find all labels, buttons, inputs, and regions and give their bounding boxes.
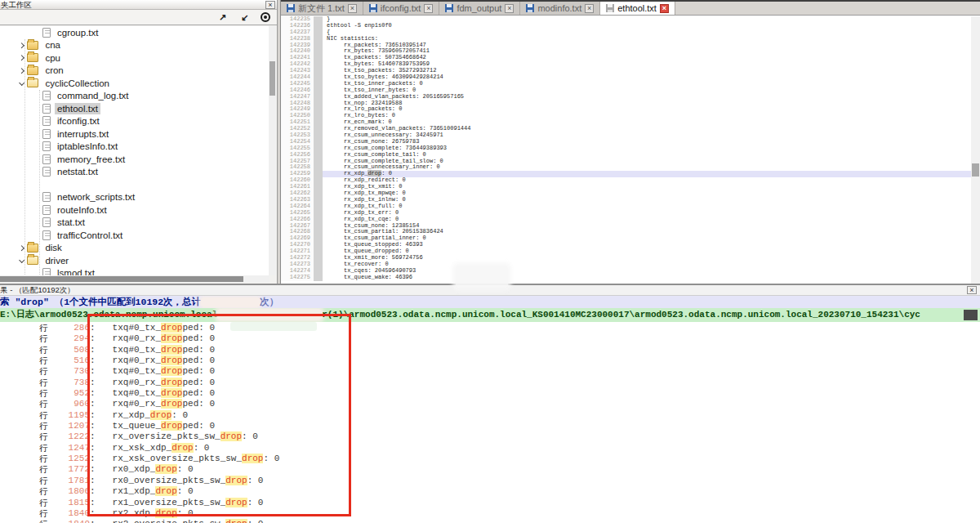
- result-line-number: 952: [49, 388, 90, 399]
- tree-item-disk[interactable]: disk: [0, 242, 270, 255]
- workspace-panel: 夹工作区 × ↗ ↙ cgroup.txtcnacpucroncyclicCol…: [0, 0, 278, 284]
- file-icon: [42, 129, 51, 139]
- close-icon[interactable]: ×: [585, 4, 594, 13]
- tree-item-memory_free-txt[interactable]: memory_free.txt: [0, 153, 270, 166]
- tab-label: 新文件 1.txt: [298, 2, 345, 15]
- tab-ifconfig-txt[interactable]: ifconfig.txt×: [363, 2, 440, 15]
- result-line-number: 1207: [49, 421, 90, 431]
- result-line-number: 1815: [49, 498, 90, 508]
- fold-margin: [314, 203, 323, 210]
- tree-item-network_scripts-txt[interactable]: network_scripts.txt: [0, 191, 270, 204]
- tree-item-lsmod-txt[interactable]: lsmod.txt: [0, 267, 270, 276]
- tab-label: ethtool.txt: [617, 3, 657, 13]
- tree-item-label: network_scripts.txt: [55, 191, 137, 203]
- tree-horizontal-scrollbar[interactable]: [0, 275, 270, 283]
- tab-modinfo-txt[interactable]: modinfo.txt×: [520, 2, 600, 15]
- tree-item-routeinfo-txt[interactable]: routeInfo.txt: [0, 203, 270, 217]
- close-icon[interactable]: ×: [348, 4, 357, 13]
- tree-item-driver[interactable]: driver: [0, 254, 270, 267]
- close-icon[interactable]: ×: [424, 4, 433, 13]
- fold-margin: [314, 159, 323, 165]
- line-number: 142275: [281, 275, 314, 281]
- result-line-number: 1781: [49, 476, 90, 486]
- tree-item-cna[interactable]: cna: [0, 39, 270, 52]
- chevron-down-icon[interactable]: [19, 80, 25, 87]
- fold-margin: [314, 184, 323, 190]
- tab--1-txt[interactable]: 新文件 1.txt×: [281, 2, 363, 15]
- close-icon[interactable]: ×: [505, 4, 514, 13]
- fold-margin: [314, 94, 323, 101]
- match-highlight: drop: [225, 519, 247, 523]
- fold-margin: [314, 235, 323, 242]
- tab-label: fdm_output: [457, 3, 501, 13]
- line-label: 行: [39, 388, 49, 399]
- close-icon[interactable]: ×: [967, 286, 977, 294]
- fold-margin: [314, 68, 323, 74]
- tree-item-cycliccollection[interactable]: cyclicCollection: [0, 77, 270, 90]
- match-highlight: drop: [368, 170, 381, 177]
- fold-margin: [314, 145, 323, 152]
- file-icon: [42, 268, 51, 275]
- fold-margin: [314, 217, 323, 223]
- tab-ethtool-txt[interactable]: ethtool.txt×: [600, 2, 675, 15]
- close-icon[interactable]: ×: [265, 1, 275, 9]
- tree-item-cron[interactable]: cron: [0, 65, 270, 78]
- expand-all-icon[interactable]: ↗: [216, 12, 229, 23]
- chevron-down-icon[interactable]: [19, 257, 25, 264]
- scrollbar-thumb[interactable]: [0, 276, 243, 282]
- fold-margin: [314, 113, 323, 119]
- tree-item-netstat-txt[interactable]: netstat.txt: [0, 166, 270, 179]
- file-icon: [42, 167, 51, 177]
- tree-item-iptablesinfo-txt[interactable]: iptablesInfo.txt: [0, 141, 270, 154]
- close-icon[interactable]: ×: [660, 4, 669, 13]
- tree-item-label: iptablesInfo.txt: [55, 141, 120, 152]
- code-text: rx_xdp_tx_inlnw: 0: [327, 197, 972, 203]
- tree-item-trafficcontrol-txt[interactable]: trafficControl.txt: [0, 229, 270, 242]
- tree-item-ethtool-txt[interactable]: ethtool.txt: [0, 102, 270, 115]
- scrollbar-thumb[interactable]: [972, 163, 979, 177]
- tree-item-label: cron: [42, 65, 65, 76]
- locate-current-file-icon[interactable]: [261, 12, 270, 22]
- file-icon: [42, 104, 51, 114]
- tree-item-label: cna: [42, 39, 63, 51]
- tree-item-interrupts-txt[interactable]: interrupts.txt: [0, 127, 270, 141]
- fold-margin: [314, 190, 323, 197]
- chevron-right-icon[interactable]: [19, 67, 25, 74]
- scrollbar-thumb[interactable]: [270, 61, 275, 96]
- tree-item-cgroup-txt[interactable]: cgroup.txt: [0, 26, 270, 39]
- code-text: tx_tso_inner_packets: 0: [327, 81, 972, 87]
- editor-view[interactable]: 142235}142236ethtool -S enp1s0f0142237{1…: [281, 16, 972, 284]
- fold-margin: [314, 106, 323, 113]
- workspace-titlebar: 夹工作区 ×: [0, 0, 277, 10]
- tree-item-cpu[interactable]: cpu: [0, 51, 270, 65]
- editor-vertical-scrollbar[interactable]: [971, 16, 980, 284]
- folder-icon: [27, 53, 38, 62]
- code-text: {: [327, 29, 972, 36]
- tree-item-ifconfig-txt[interactable]: ifconfig.txt: [0, 115, 270, 128]
- tree-item-stat-txt[interactable]: stat.txt: [0, 217, 270, 230]
- fold-margin: [314, 255, 323, 262]
- tab-fdm_output[interactable]: fdm_output×: [439, 2, 520, 15]
- editor-pane: 新文件 1.txt×ifconfig.txt×fdm_output×modinf…: [280, 0, 980, 284]
- code-text: rx_xdp_tx_cqe: 0: [327, 217, 972, 223]
- tree-vertical-scrollbar[interactable]: [269, 26, 276, 275]
- chevron-right-icon[interactable]: [19, 55, 25, 61]
- tree-item-command_log-txt[interactable]: command_log.txt: [0, 90, 270, 103]
- folder-icon: [27, 78, 38, 87]
- chevron-right-icon[interactable]: [19, 42, 25, 48]
- line-label: 行: [39, 345, 49, 355]
- editor-line: 142275 tx_queue_wake: 46396: [281, 275, 972, 281]
- collapse-all-icon[interactable]: ↙: [238, 12, 251, 23]
- save-state-icon: [369, 4, 377, 12]
- tree-item-label: command_log.txt: [55, 90, 131, 101]
- fold-margin: [314, 229, 323, 235]
- result-line-number: 294: [49, 333, 90, 344]
- code-text: ethtool -S enp1s0f0: [327, 23, 972, 29]
- chevron-right-icon[interactable]: [19, 244, 25, 251]
- save-state-icon: [287, 4, 295, 12]
- workspace-title: 夹工作区: [1, 0, 32, 9]
- redaction-blur: [201, 297, 260, 307]
- code-text: tx_xmit_more: 569724756: [327, 255, 972, 262]
- search-result-row[interactable]: 行1849:rx2_oversize_pkts_sw_drop: 0: [0, 519, 980, 523]
- fold-margin: [314, 23, 323, 29]
